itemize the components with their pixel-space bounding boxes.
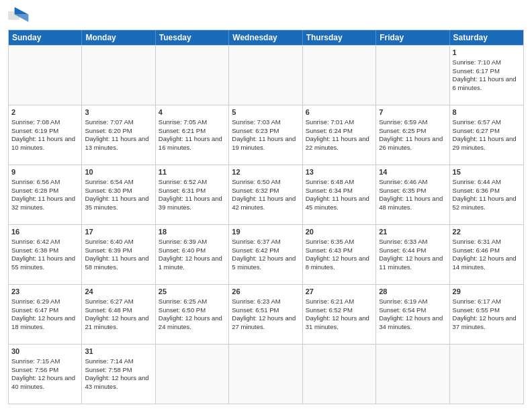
day-info: Sunrise: 6:42 AM Sunset: 6:38 PM Dayligh… <box>11 238 75 271</box>
header-day-saturday: Saturday <box>450 30 523 45</box>
day-number: 17 <box>85 227 152 237</box>
day-number: 14 <box>379 167 446 177</box>
day-info: Sunrise: 6:29 AM Sunset: 6:47 PM Dayligh… <box>11 298 75 330</box>
calendar-cell: 20Sunrise: 6:35 AM Sunset: 6:43 PM Dayli… <box>303 225 376 284</box>
day-info: Sunrise: 6:19 AM Sunset: 6:54 PM Dayligh… <box>379 298 443 330</box>
day-info: Sunrise: 6:40 AM Sunset: 6:39 PM Dayligh… <box>85 238 148 271</box>
calendar-cell: 16Sunrise: 6:42 AM Sunset: 6:38 PM Dayli… <box>9 225 82 284</box>
day-info: Sunrise: 6:21 AM Sunset: 6:52 PM Dayligh… <box>306 298 369 330</box>
calendar-cell <box>82 46 155 105</box>
day-info: Sunrise: 6:54 AM Sunset: 6:30 PM Dayligh… <box>85 178 148 211</box>
calendar-cell: 2Sunrise: 7:08 AM Sunset: 6:19 PM Daylig… <box>9 105 82 165</box>
day-number: 7 <box>379 107 446 118</box>
calendar-cell: 11Sunrise: 6:52 AM Sunset: 6:31 PM Dayli… <box>156 165 229 224</box>
day-info: Sunrise: 7:15 AM Sunset: 7:56 PM Dayligh… <box>11 357 75 390</box>
calendar-row: 2Sunrise: 7:08 AM Sunset: 6:19 PM Daylig… <box>9 105 523 165</box>
calendar-cell: 3Sunrise: 7:07 AM Sunset: 6:20 PM Daylig… <box>82 105 155 165</box>
svg-marker-1 <box>15 7 29 14</box>
day-info: Sunrise: 7:05 AM Sunset: 6:21 PM Dayligh… <box>159 118 222 151</box>
logo <box>8 7 32 26</box>
calendar-cell: 29Sunrise: 6:17 AM Sunset: 6:55 PM Dayli… <box>450 285 523 344</box>
header-day-thursday: Thursday <box>303 30 376 45</box>
calendar-cell <box>156 46 229 105</box>
day-info: Sunrise: 6:37 AM Sunset: 6:42 PM Dayligh… <box>232 238 296 271</box>
day-number: 25 <box>159 287 226 297</box>
calendar-cell: 25Sunrise: 6:25 AM Sunset: 6:50 PM Dayli… <box>156 285 229 344</box>
day-number: 10 <box>85 167 152 177</box>
calendar-body: 1Sunrise: 7:10 AM Sunset: 6:17 PM Daylig… <box>9 45 523 404</box>
day-info: Sunrise: 6:50 AM Sunset: 6:32 PM Dayligh… <box>232 178 296 211</box>
calendar-cell <box>9 46 82 105</box>
day-number: 27 <box>306 287 373 297</box>
calendar-cell: 15Sunrise: 6:44 AM Sunset: 6:36 PM Dayli… <box>450 165 523 224</box>
day-info: Sunrise: 7:08 AM Sunset: 6:19 PM Dayligh… <box>11 118 75 151</box>
calendar-cell: 9Sunrise: 6:56 AM Sunset: 6:28 PM Daylig… <box>9 165 82 224</box>
day-number: 5 <box>232 107 299 118</box>
day-number: 30 <box>11 347 79 357</box>
calendar-cell <box>156 345 229 404</box>
day-number: 13 <box>306 167 373 177</box>
calendar-cell: 7Sunrise: 6:59 AM Sunset: 6:25 PM Daylig… <box>376 105 449 165</box>
day-number: 16 <box>11 227 79 237</box>
day-info: Sunrise: 6:17 AM Sunset: 6:55 PM Dayligh… <box>453 298 517 330</box>
calendar-cell: 10Sunrise: 6:54 AM Sunset: 6:30 PM Dayli… <box>82 165 155 224</box>
day-number: 18 <box>159 227 226 237</box>
day-number: 28 <box>379 287 446 297</box>
day-info: Sunrise: 6:27 AM Sunset: 6:48 PM Dayligh… <box>85 298 148 330</box>
day-info: Sunrise: 7:14 AM Sunset: 7:58 PM Dayligh… <box>85 357 148 390</box>
calendar-cell: 26Sunrise: 6:23 AM Sunset: 6:51 PM Dayli… <box>229 285 302 344</box>
calendar-cell <box>376 46 449 105</box>
day-info: Sunrise: 6:44 AM Sunset: 6:36 PM Dayligh… <box>453 178 517 211</box>
day-info: Sunrise: 6:31 AM Sunset: 6:46 PM Dayligh… <box>453 238 517 271</box>
calendar-cell: 14Sunrise: 6:46 AM Sunset: 6:35 PM Dayli… <box>376 165 449 224</box>
calendar-cell: 6Sunrise: 7:01 AM Sunset: 6:24 PM Daylig… <box>303 105 376 165</box>
day-number: 8 <box>453 107 521 118</box>
header-day-monday: Monday <box>82 30 155 45</box>
calendar-cell: 27Sunrise: 6:21 AM Sunset: 6:52 PM Dayli… <box>303 285 376 344</box>
calendar-cell: 28Sunrise: 6:19 AM Sunset: 6:54 PM Dayli… <box>376 285 449 344</box>
calendar-cell <box>229 46 302 105</box>
day-number: 23 <box>11 287 79 297</box>
day-info: Sunrise: 6:57 AM Sunset: 6:27 PM Dayligh… <box>453 118 517 151</box>
calendar-cell: 21Sunrise: 6:33 AM Sunset: 6:44 PM Dayli… <box>376 225 449 284</box>
header-day-tuesday: Tuesday <box>156 30 229 45</box>
day-number: 19 <box>232 227 299 237</box>
header-day-friday: Friday <box>376 30 449 45</box>
calendar-row: 9Sunrise: 6:56 AM Sunset: 6:28 PM Daylig… <box>9 165 523 224</box>
calendar-cell: 31Sunrise: 7:14 AM Sunset: 7:58 PM Dayli… <box>82 345 155 404</box>
calendar-cell <box>450 345 523 404</box>
calendar-cell: 5Sunrise: 7:03 AM Sunset: 6:23 PM Daylig… <box>229 105 302 165</box>
calendar-cell <box>229 345 302 404</box>
calendar-cell: 1Sunrise: 7:10 AM Sunset: 6:17 PM Daylig… <box>450 46 523 105</box>
day-number: 9 <box>11 167 79 177</box>
calendar-cell: 12Sunrise: 6:50 AM Sunset: 6:32 PM Dayli… <box>229 165 302 224</box>
day-info: Sunrise: 6:59 AM Sunset: 6:25 PM Dayligh… <box>379 118 443 151</box>
day-number: 21 <box>379 227 446 237</box>
calendar-cell: 24Sunrise: 6:27 AM Sunset: 6:48 PM Dayli… <box>82 285 155 344</box>
calendar-row: 30Sunrise: 7:15 AM Sunset: 7:56 PM Dayli… <box>9 344 523 404</box>
calendar-header: SundayMondayTuesdayWednesdayThursdayFrid… <box>9 30 523 45</box>
day-info: Sunrise: 6:52 AM Sunset: 6:31 PM Dayligh… <box>159 178 222 211</box>
day-number: 12 <box>232 167 299 177</box>
day-info: Sunrise: 6:48 AM Sunset: 6:34 PM Dayligh… <box>306 178 369 211</box>
header-day-sunday: Sunday <box>9 30 82 45</box>
calendar-cell: 22Sunrise: 6:31 AM Sunset: 6:46 PM Dayli… <box>450 225 523 284</box>
calendar-cell: 18Sunrise: 6:39 AM Sunset: 6:40 PM Dayli… <box>156 225 229 284</box>
day-info: Sunrise: 6:39 AM Sunset: 6:40 PM Dayligh… <box>159 238 222 271</box>
calendar-cell: 30Sunrise: 7:15 AM Sunset: 7:56 PM Dayli… <box>9 345 82 404</box>
day-number: 29 <box>453 287 521 297</box>
day-number: 1 <box>453 48 521 58</box>
day-info: Sunrise: 6:25 AM Sunset: 6:50 PM Dayligh… <box>159 298 222 330</box>
day-number: 6 <box>306 107 373 118</box>
calendar-cell: 19Sunrise: 6:37 AM Sunset: 6:42 PM Dayli… <box>229 225 302 284</box>
calendar-cell: 13Sunrise: 6:48 AM Sunset: 6:34 PM Dayli… <box>303 165 376 224</box>
day-number: 11 <box>159 167 226 177</box>
day-number: 3 <box>85 107 152 118</box>
day-number: 22 <box>453 227 521 237</box>
day-number: 2 <box>11 107 79 118</box>
day-info: Sunrise: 6:46 AM Sunset: 6:35 PM Dayligh… <box>379 178 443 211</box>
header-day-wednesday: Wednesday <box>229 30 302 45</box>
day-info: Sunrise: 6:56 AM Sunset: 6:28 PM Dayligh… <box>11 178 75 211</box>
day-info: Sunrise: 6:33 AM Sunset: 6:44 PM Dayligh… <box>379 238 443 271</box>
calendar-cell: 17Sunrise: 6:40 AM Sunset: 6:39 PM Dayli… <box>82 225 155 284</box>
